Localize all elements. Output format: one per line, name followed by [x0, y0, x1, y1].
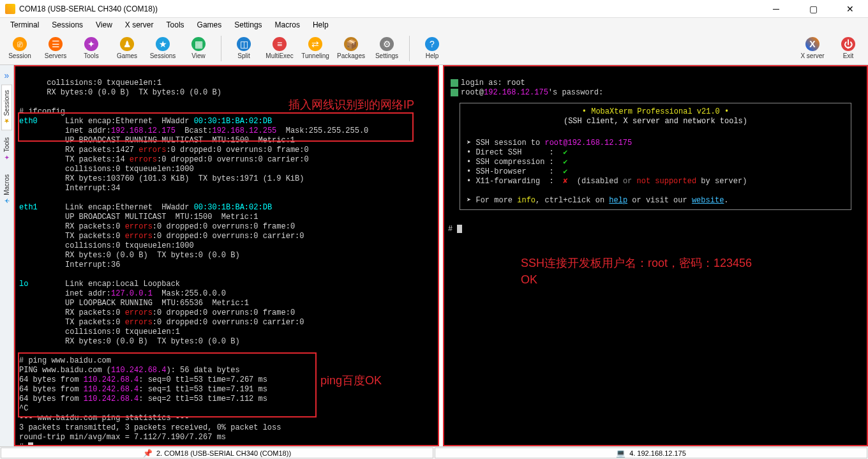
tb-session[interactable]: ⎚Session — [4, 33, 36, 64]
tunneling-icon: ⇄ — [308, 37, 322, 51]
games-icon: ♟ — [120, 37, 134, 51]
tb-settings[interactable]: ⚙Settings — [371, 33, 403, 64]
tools-icon: ✦ — [84, 37, 98, 51]
annotation-ssh-ok: OK — [521, 273, 537, 287]
tb-exit[interactable]: ⏻Exit — [832, 33, 864, 64]
toolbar-separator — [221, 36, 221, 61]
titlebar: COM18 (USB-SERIAL CH340 (COM18)) ─ ▢ ✕ — [0, 0, 868, 18]
packages-icon: 📦 — [344, 37, 358, 51]
status-tab-right[interactable]: 💻4. 192.168.12.175 — [435, 448, 867, 458]
ssh-banner: • MobaXterm Professional v21.0 • (SSH cl… — [460, 103, 851, 210]
sidebar-tab-macros[interactable]: ✈ Macros — [1, 169, 12, 210]
minimize-button[interactable]: ─ — [763, 3, 789, 15]
help-icon: ? — [425, 37, 439, 51]
app-icon — [5, 4, 15, 14]
menu-games[interactable]: Games — [191, 19, 228, 31]
tb-tunneling[interactable]: ⇄Tunneling — [299, 33, 331, 64]
cursor — [457, 225, 462, 233]
sidebar-expand-icon[interactable]: » — [4, 68, 10, 83]
terminal-icon: 💻 — [616, 449, 625, 458]
tb-servers[interactable]: ☰Servers — [40, 33, 71, 64]
terminal-right-output: login as: root root@192.168.12.175's pas… — [444, 66, 867, 100]
tb-split[interactable]: ◫Split — [228, 33, 260, 64]
ssh-icon — [451, 89, 458, 96]
sessions-icon: ★ — [156, 37, 170, 51]
terminal-left-output: collisions:0 txqueuelen:1 RX bytes:0 (0.… — [15, 66, 438, 446]
pin-icon: 📌 — [143, 449, 153, 458]
sidebar-tab-tools[interactable]: ✦ Tools — [1, 132, 12, 167]
terminal-right[interactable]: login as: root root@192.168.12.175's pas… — [443, 65, 868, 446]
menubar: Terminal Sessions View X server Tools Ga… — [0, 18, 868, 32]
cursor — [28, 442, 33, 446]
exit-icon: ⏻ — [841, 37, 855, 51]
statusbar: 📌2. COM18 (USB-SERIAL CH340 (COM18)) 💻4.… — [0, 446, 868, 459]
servers-icon: ☰ — [49, 37, 63, 51]
sidebar-tab-sessions[interactable]: ★ Sessions — [1, 84, 12, 130]
sidebar: » ★ Sessions ✦ Tools ✈ Macros — [0, 65, 14, 446]
multiexec-icon: ≡ — [273, 37, 287, 51]
menu-tools[interactable]: Tools — [160, 19, 191, 31]
menu-xserver[interactable]: X server — [119, 19, 160, 31]
tb-help[interactable]: ?Help — [416, 33, 448, 64]
ssh-icon — [451, 79, 458, 87]
window-title: COM18 (USB-SERIAL CH340 (COM18)) — [19, 4, 763, 13]
status-tab-left[interactable]: 📌2. COM18 (USB-SERIAL CH340 (COM18)) — [1, 448, 433, 458]
menu-help[interactable]: Help — [306, 19, 335, 31]
terminal-left[interactable]: collisions:0 txqueuelen:1 RX bytes:0 (0.… — [14, 65, 439, 446]
split-icon: ◫ — [237, 37, 251, 51]
session-icon: ⎚ — [13, 37, 27, 51]
view-icon: ▦ — [191, 37, 206, 51]
menu-sessions[interactable]: Sessions — [45, 19, 89, 31]
menu-view[interactable]: View — [89, 19, 119, 31]
xserver-icon: X — [805, 37, 819, 51]
toolbar-separator — [409, 36, 410, 61]
tb-view[interactable]: ▦View — [183, 33, 214, 64]
settings-icon: ⚙ — [380, 37, 394, 51]
toolbar: ⎚Session ☰Servers ✦Tools ♟Games ★Session… — [0, 32, 868, 65]
tb-packages[interactable]: 📦Packages — [335, 33, 367, 64]
maximize-button[interactable]: ▢ — [800, 3, 826, 15]
tb-xserver[interactable]: XX server — [797, 33, 828, 64]
tb-tools[interactable]: ✦Tools — [75, 33, 107, 64]
annotation-ssh-credentials: SSH连接开发板用户名：root，密码：123456 — [521, 255, 752, 271]
menu-macros[interactable]: Macros — [269, 19, 306, 31]
close-button[interactable]: ✕ — [837, 3, 863, 15]
tb-games[interactable]: ♟Games — [111, 33, 143, 64]
menu-terminal[interactable]: Terminal — [4, 19, 45, 31]
tb-multiexec[interactable]: ≡MultiExec — [264, 33, 296, 64]
menu-settings[interactable]: Settings — [228, 19, 268, 31]
tb-sessions[interactable]: ★Sessions — [147, 33, 179, 64]
